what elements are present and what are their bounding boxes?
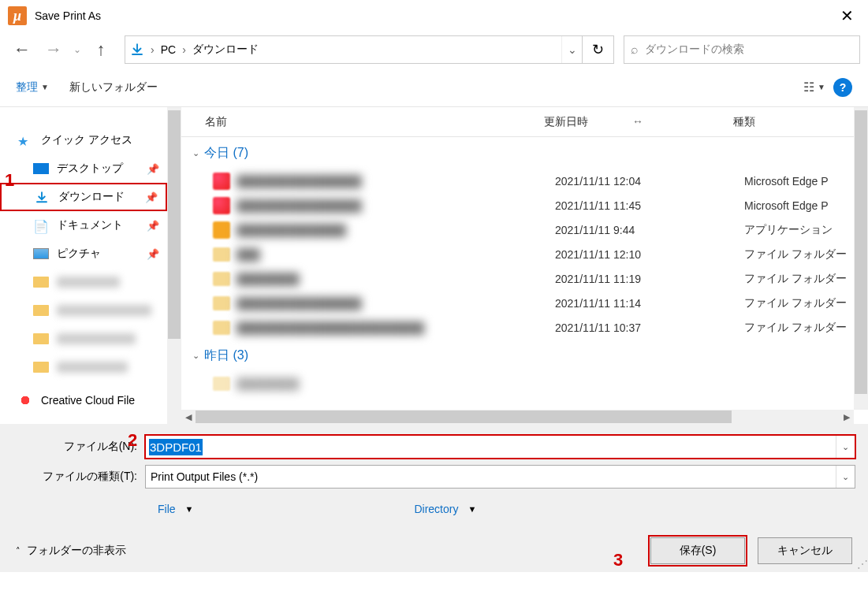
filename-dropdown[interactable]: ⌄ <box>836 436 855 458</box>
pin-icon: 📌 <box>147 163 159 175</box>
breadcrumb-sep-icon: › <box>149 43 156 56</box>
sidebar-item-downloads[interactable]: ダウンロード 📌 <box>0 183 167 211</box>
file-icon <box>213 197 230 214</box>
directory-dropdown[interactable]: Directory▼ <box>414 503 476 515</box>
chevron-down-icon: ⌄ <box>192 148 199 158</box>
up-button[interactable]: ↑ <box>87 35 115 64</box>
sidebar-item-folder[interactable] <box>0 353 167 381</box>
pin-icon: 📌 <box>145 191 158 203</box>
file-row[interactable]: ████████ <box>192 371 868 396</box>
sidebar-item-pictures[interactable]: ピクチャ 📌 <box>0 240 167 268</box>
filetype-dropdown[interactable]: ⌄ <box>836 466 855 488</box>
sidebar-item-folder[interactable] <box>0 268 167 296</box>
download-icon <box>35 191 50 203</box>
downloads-folder-icon <box>125 36 149 63</box>
scrollbar-thumb[interactable] <box>168 110 181 339</box>
folder-icon <box>33 333 49 344</box>
sidebar-item-folder[interactable] <box>0 296 167 325</box>
file-dropdown[interactable]: File▼ <box>158 503 193 515</box>
creative-cloud-icon <box>17 394 33 407</box>
document-icon <box>33 219 49 232</box>
file-row[interactable]: ████████████████████████2021/11/11 10:37… <box>192 315 868 340</box>
refresh-button[interactable]: ↻ <box>582 36 613 63</box>
folder-icon <box>213 296 230 310</box>
pin-icon: 📌 <box>147 220 159 232</box>
file-scrollbar-h[interactable]: ◀ ▶ <box>181 410 854 424</box>
sidebar-item-desktop[interactable]: デスクトップ 📌 <box>0 154 167 183</box>
navigation-pane: クイック アクセス デスクトップ 📌 ダウンロード 📌 ドキュメント 📌 <box>0 107 167 424</box>
filename-field[interactable]: 3DPDF01 ⌄ <box>145 435 855 459</box>
search-box[interactable]: ⌕ ダウンロードの検索 <box>624 35 860 64</box>
group-yesterday[interactable]: ⌄ 昨日 (3) <box>192 340 868 371</box>
filetype-field[interactable]: Print Output Files (*.*) ⌄ <box>145 465 855 489</box>
organize-menu[interactable]: 整理▼ <box>16 80 49 95</box>
file-list: 名前 更新日時 種類 ↔ ⌄ 今日 (7) ████████████████20… <box>181 107 868 424</box>
view-mode-button[interactable]: ☷▼ <box>803 80 825 95</box>
folder-icon <box>213 377 230 391</box>
sidebar-item-creative-cloud[interactable]: Creative Cloud File <box>0 386 167 414</box>
history-dropdown[interactable]: ⌄ <box>71 35 84 64</box>
search-icon: ⌕ <box>631 43 639 57</box>
title-bar: Save Print As ✕ <box>0 0 868 32</box>
file-row[interactable]: ████████████████2021/11/11 12:04Microsof… <box>192 169 868 193</box>
file-row[interactable]: ██████████████2021/11/11 9:44アプリケーション <box>192 217 868 242</box>
scroll-right-icon[interactable]: ▶ <box>840 412 854 422</box>
column-name[interactable]: 名前 <box>205 115 544 129</box>
folder-icon <box>33 277 49 288</box>
close-button[interactable]: ✕ <box>834 6 860 25</box>
sidebar-item-folder[interactable] <box>0 325 167 353</box>
cancel-button[interactable]: キャンセル <box>758 537 852 564</box>
help-button[interactable]: ? <box>833 78 852 97</box>
folder-icon <box>213 321 230 335</box>
annotation-2: 2 <box>128 430 137 451</box>
folder-icon <box>213 247 230 262</box>
filename-label: ファイル名(N): <box>13 440 145 454</box>
new-folder-button[interactable]: 新しいフォルダー <box>69 80 158 95</box>
toolbar: 整理▼ 新しいフォルダー ☷▼ ? <box>0 68 868 107</box>
address-bar[interactable]: › PC › ダウンロード ⌄ ↻ <box>125 35 614 64</box>
nav-row: ← → ⌄ ↑ › PC › ダウンロード ⌄ ↻ ⌕ ダウンロードの検索 <box>0 32 868 68</box>
pin-icon: 📌 <box>147 248 159 260</box>
search-placeholder: ダウンロードの検索 <box>645 43 744 57</box>
chevron-up-icon: ˄ <box>16 546 20 556</box>
file-row[interactable]: ████████2021/11/11 11:19ファイル フォルダー <box>192 266 868 291</box>
file-icon <box>213 221 230 239</box>
app-icon <box>8 6 27 25</box>
file-row[interactable]: ███2021/11/11 12:10ファイル フォルダー <box>192 242 868 266</box>
view-details-icon: ☷ <box>803 80 814 95</box>
breadcrumb-sep-icon: › <box>181 43 188 56</box>
column-headers: 名前 更新日時 種類 ↔ <box>181 107 868 137</box>
scroll-left-icon[interactable]: ◀ <box>181 412 196 422</box>
filetype-value: Print Output Files (*.*) <box>146 470 836 483</box>
desktop-icon <box>33 163 49 174</box>
star-icon <box>17 134 33 147</box>
scrollbar-thumb[interactable] <box>196 411 732 423</box>
folder-icon <box>213 272 230 286</box>
scrollbar-thumb[interactable] <box>855 110 867 394</box>
sidebar-quick-access[interactable]: クイック アクセス <box>0 126 167 154</box>
breadcrumb-current[interactable]: ダウンロード <box>188 43 263 57</box>
folder-icon <box>33 362 49 373</box>
breadcrumb-root[interactable]: PC <box>156 43 181 56</box>
column-type[interactable]: 種類 <box>733 115 868 129</box>
save-button[interactable]: 保存(S) <box>650 537 745 564</box>
sidebar-item-documents[interactable]: ドキュメント 📌 <box>0 211 167 240</box>
address-dropdown[interactable]: ⌄ <box>561 36 582 63</box>
file-scrollbar-v[interactable] <box>854 107 868 410</box>
hide-folders-toggle[interactable]: ˄ フォルダーの非表示 <box>16 544 126 558</box>
pictures-icon <box>33 248 49 259</box>
chevron-down-icon: ⌄ <box>192 351 199 361</box>
column-resize-icon[interactable]: ↔ <box>632 115 643 128</box>
back-button[interactable]: ← <box>8 35 36 64</box>
group-today[interactable]: ⌄ 今日 (7) <box>192 137 868 169</box>
file-row[interactable]: ████████████████2021/11/11 11:14ファイル フォル… <box>192 291 868 315</box>
forward-button[interactable]: → <box>39 35 68 64</box>
resize-grip[interactable]: ⋰ <box>857 561 866 570</box>
annotation-3: 3 <box>613 550 623 570</box>
filename-value: 3DPDF01 <box>149 439 203 455</box>
sidebar-scrollbar[interactable] <box>167 107 181 424</box>
main-area: クイック アクセス デスクトップ 📌 ダウンロード 📌 ドキュメント 📌 <box>0 107 868 424</box>
file-row[interactable]: ████████████████2021/11/11 11:45Microsof… <box>192 193 868 217</box>
filetype-label: ファイルの種類(T): <box>13 470 145 484</box>
file-icon <box>213 173 230 190</box>
